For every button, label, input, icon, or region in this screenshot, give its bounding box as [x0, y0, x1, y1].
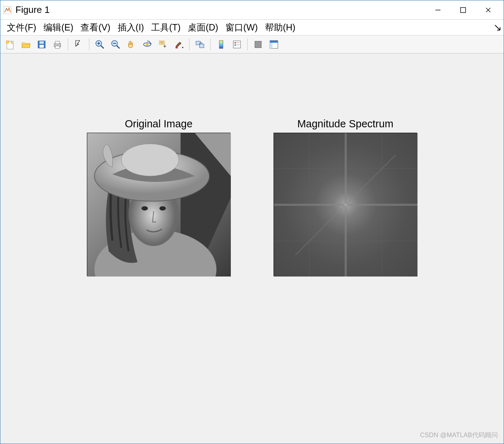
svg-rect-9	[39, 41, 44, 44]
toolbar-separator	[247, 38, 248, 51]
edit-plot-button[interactable]	[71, 37, 86, 52]
svg-rect-36	[234, 44, 236, 46]
window-title: Figure 1	[15, 4, 425, 15]
figure-canvas: Original Image	[0, 53, 504, 444]
magnitude-spectrum-image[interactable]	[274, 133, 417, 276]
menu-tools[interactable]: 工具(T)	[148, 20, 184, 35]
save-button[interactable]	[34, 37, 49, 52]
svg-rect-32	[200, 44, 204, 48]
svg-rect-42	[270, 43, 272, 48]
svg-point-50	[121, 144, 179, 176]
svg-rect-39	[255, 41, 261, 48]
menu-help[interactable]: 帮助(H)	[261, 20, 299, 35]
window-controls	[425, 0, 501, 20]
title-bar: Figure 1	[0, 0, 504, 20]
svg-rect-41	[270, 41, 278, 43]
new-figure-button[interactable]	[3, 37, 18, 52]
rotate-3d-button[interactable]	[140, 37, 155, 52]
link-plots-button[interactable]	[192, 37, 207, 52]
minimize-button[interactable]	[425, 0, 451, 20]
svg-rect-13	[55, 46, 60, 48]
pan-button[interactable]	[124, 37, 139, 52]
subplot-title-right: Magnitude Spectrum	[274, 118, 417, 130]
toolbar-separator	[189, 38, 190, 51]
toolbar-separator	[89, 38, 89, 51]
original-image[interactable]	[87, 133, 230, 276]
dock-arrow-icon[interactable]	[494, 24, 501, 31]
svg-point-51	[141, 206, 148, 211]
subplot-left: Original Image	[87, 118, 230, 276]
print-button[interactable]	[50, 37, 65, 52]
subplot-row: Original Image	[0, 118, 504, 276]
svg-rect-24	[159, 41, 164, 44]
svg-rect-10	[39, 45, 44, 48]
menu-bar: 文件(F) 编辑(E) 查看(V) 插入(I) 工具(T) 桌面(D) 窗口(W…	[0, 20, 504, 36]
subplot-right: Magnitude Spectrum	[274, 118, 417, 276]
svg-point-1	[6, 8, 7, 9]
toolbar-separator	[210, 38, 211, 51]
matlab-figure-icon	[3, 6, 12, 14]
show-plot-tools-button[interactable]	[266, 37, 281, 52]
zoom-in-button[interactable]	[92, 37, 107, 52]
svg-rect-3	[461, 8, 466, 13]
toolbar	[0, 36, 504, 53]
close-button[interactable]	[476, 0, 501, 20]
menu-window[interactable]: 窗口(W)	[222, 20, 261, 35]
svg-rect-33	[219, 41, 223, 48]
data-cursor-button[interactable]	[155, 37, 171, 52]
svg-point-52	[159, 206, 166, 211]
subplot-title-left: Original Image	[87, 118, 230, 130]
svg-line-19	[117, 46, 120, 48]
svg-rect-35	[234, 42, 236, 43]
insert-colorbar-button[interactable]	[214, 37, 229, 52]
menu-view[interactable]: 查看(V)	[77, 20, 114, 35]
svg-rect-29	[176, 47, 178, 48]
menu-file[interactable]: 文件(F)	[3, 20, 40, 35]
brush-button[interactable]	[171, 37, 186, 52]
maximize-button[interactable]	[451, 0, 476, 20]
open-button[interactable]	[18, 37, 33, 52]
insert-legend-button[interactable]	[229, 37, 244, 52]
svg-marker-30	[182, 47, 183, 48]
svg-point-23	[146, 43, 148, 46]
hide-plot-tools-button[interactable]	[251, 37, 266, 52]
svg-line-15	[101, 46, 104, 48]
watermark-text: CSDN @MATLAB代码顾问	[420, 431, 498, 439]
svg-point-7	[6, 41, 9, 43]
svg-rect-62	[274, 133, 417, 277]
zoom-out-button[interactable]	[108, 37, 123, 52]
svg-rect-12	[55, 41, 60, 44]
menu-edit[interactable]: 编辑(E)	[40, 20, 77, 35]
toolbar-separator	[68, 38, 68, 51]
menu-insert[interactable]: 插入(I)	[114, 20, 148, 35]
menu-desktop[interactable]: 桌面(D)	[184, 20, 222, 35]
